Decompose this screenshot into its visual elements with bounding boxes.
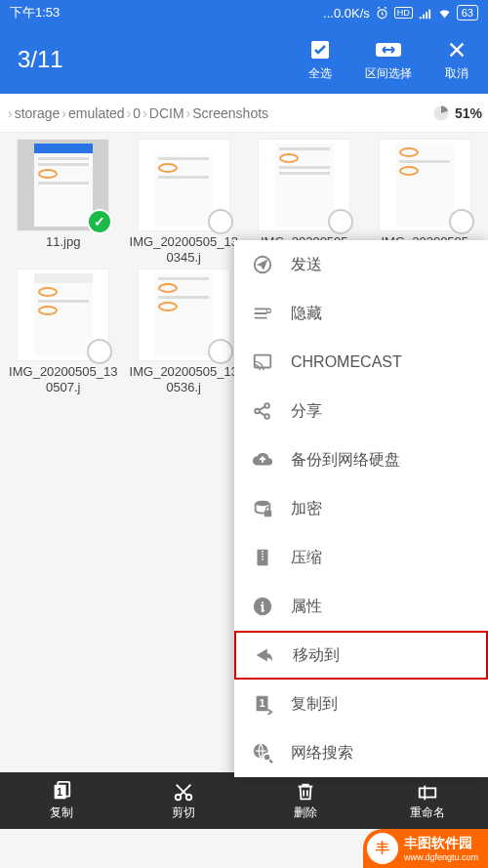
svg-text:1: 1 (57, 786, 62, 797)
chevron-right-icon: › (186, 105, 191, 121)
menu-label: 发送 (291, 255, 322, 275)
copy-to-icon: 1 (252, 693, 273, 715)
cancel-label: 取消 (445, 65, 468, 82)
menu-copy-to[interactable]: 1复制到 (234, 680, 488, 728)
svg-rect-23 (419, 788, 435, 797)
status-time: 下午1:53 (10, 4, 60, 21)
menu-chromecast[interactable]: CHROMECAST (234, 338, 488, 387)
move-icon (254, 644, 275, 666)
watermark-logo: 丰 (367, 833, 398, 864)
menu-send[interactable]: 发送 (234, 240, 488, 289)
bottom-toolbar: 1复制 剪切 删除 重命名 (0, 772, 488, 829)
svg-text:1: 1 (259, 697, 264, 709)
svg-point-10 (256, 501, 270, 507)
context-menu: 发送 隐藏 CHROMECAST 分享 备份到网络硬盘 加密 压缩 属性 移动到… (234, 240, 488, 777)
svg-rect-11 (264, 511, 271, 517)
cancel-button[interactable]: 取消 (443, 38, 470, 82)
close-icon (446, 39, 468, 61)
delete-button[interactable]: 删除 (244, 772, 366, 829)
battery-icon: 63 (457, 5, 478, 21)
menu-compress[interactable]: 压缩 (234, 533, 488, 582)
selection-toolbar: 3/11 全选 区间选择 取消 (0, 25, 488, 94)
menu-properties[interactable]: 属性 (234, 582, 488, 631)
file-item[interactable]: IMG_20200505_130536.j (125, 269, 244, 396)
status-right: ...0.0K/s HD 63 (323, 5, 478, 21)
globe-search-icon (252, 742, 273, 764)
share-icon (252, 400, 273, 422)
hd-icon: HD (394, 7, 413, 19)
menu-web-search[interactable]: 网络搜索 (234, 728, 488, 777)
delete-label: 删除 (294, 805, 317, 821)
menu-label: 移动到 (293, 645, 340, 666)
select-all-label: 全选 (308, 65, 332, 82)
select-all-button[interactable]: 全选 (306, 38, 334, 82)
cut-button[interactable]: 剪切 (122, 772, 244, 829)
menu-label: 备份到网络硬盘 (291, 450, 400, 471)
chevron-right-icon: › (142, 105, 147, 121)
file-name: IMG_20200505_130507.j (7, 364, 119, 396)
signal-icon (418, 6, 432, 21)
range-select-button[interactable]: 区间选择 (365, 38, 412, 82)
copy-label: 复制 (50, 805, 73, 821)
storage-indicator[interactable]: 51% (431, 103, 482, 123)
menu-label: 复制到 (291, 694, 338, 715)
info-icon (252, 596, 273, 617)
hide-icon (252, 303, 273, 324)
watermark-brand: 丰图软件园 (404, 835, 478, 852)
selection-count: 3/11 (18, 46, 306, 73)
chevron-right-icon: › (8, 105, 13, 121)
watermark-url: www.dgfengtu.com (404, 852, 478, 862)
menu-backup[interactable]: 备份到网络硬盘 (234, 435, 488, 484)
menu-label: 网络搜索 (291, 743, 353, 764)
breadcrumb[interactable]: › storage › emulated › 0 › DCIM › Screen… (0, 94, 488, 133)
menu-share[interactable]: 分享 (234, 387, 488, 435)
range-icon (375, 40, 402, 60)
send-icon (252, 254, 273, 275)
rename-icon (417, 781, 438, 803)
watermark: 丰 丰图软件园 www.dgfengtu.com (363, 829, 488, 868)
menu-move-to[interactable]: 移动到 (234, 631, 488, 680)
encrypt-icon (252, 498, 273, 519)
crumb-0[interactable]: 0 (133, 105, 141, 121)
menu-label: 加密 (291, 499, 322, 519)
cut-label: 剪切 (172, 805, 195, 821)
pie-icon (431, 103, 451, 123)
chevron-right-icon: › (127, 105, 132, 121)
menu-label: 分享 (291, 401, 322, 422)
range-label: 区间选择 (365, 65, 412, 82)
chevron-right-icon: › (61, 105, 66, 121)
rename-label: 重命名 (410, 805, 445, 821)
menu-hide[interactable]: 隐藏 (234, 289, 488, 338)
crumb-storage[interactable]: storage (15, 105, 61, 121)
menu-label: CHROMECAST (291, 353, 402, 371)
copy-button[interactable]: 1复制 (0, 772, 122, 829)
status-bar: 下午1:53 ...0.0K/s HD 63 (0, 0, 488, 25)
wifi-icon (437, 6, 452, 21)
chromecast-icon (252, 351, 273, 373)
crumb-emulated[interactable]: emulated (68, 105, 125, 121)
crumb-dcim[interactable]: DCIM (149, 105, 184, 121)
menu-label: 属性 (291, 597, 322, 617)
compress-icon (252, 547, 273, 568)
storage-percent: 51% (455, 105, 482, 121)
cloud-upload-icon (252, 449, 273, 471)
menu-label: 压缩 (291, 548, 322, 568)
copy-icon: 1 (51, 781, 72, 803)
file-item[interactable]: IMG_20200505_130507.j (4, 269, 123, 396)
net-speed: ...0.0K/s (323, 6, 370, 21)
crumb-screenshots[interactable]: Screenshots (192, 105, 268, 121)
scissors-icon (173, 781, 194, 803)
trash-icon (295, 781, 316, 803)
file-item[interactable]: IMG_20200505_130345.j (125, 139, 244, 267)
file-name: IMG_20200505_130536.j (128, 364, 240, 396)
checkbox-icon (308, 38, 332, 62)
menu-encrypt[interactable]: 加密 (234, 484, 488, 533)
alarm-icon (375, 6, 389, 21)
file-name: 11.jpg (46, 234, 80, 266)
file-name: IMG_20200505_130345.j (128, 234, 240, 267)
svg-point-17 (264, 754, 270, 761)
file-item[interactable]: 11.jpg (4, 139, 123, 267)
menu-label: 隐藏 (291, 304, 322, 324)
rename-button[interactable]: 重命名 (366, 772, 488, 829)
